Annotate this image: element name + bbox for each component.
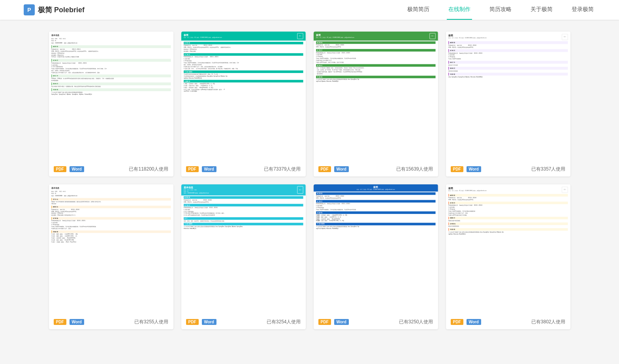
badge-pdf-1[interactable]: PDF — [54, 166, 66, 172]
main-content: 基本信息 姓名：张明 学历：本科 性别：男 电话：15588019888 邮箱：… — [33, 20, 586, 349]
template-card-6[interactable]: 基本信息 姓名：张三 | 学历：本科 性别：男 电话：15588019888 |… — [181, 184, 306, 329]
card-footer-8: PDF Word 已有3802人使用 — [446, 315, 570, 329]
template-preview-6: 基本信息 姓名：张三 | 学历：本科 性别：男 电话：15588019888 |… — [181, 184, 306, 315]
badge-word-2[interactable]: Word — [202, 166, 216, 172]
template-preview-3: 极简 姓名：张三 | 性别：23 | 电话：15588019888 | 邮箱：p… — [314, 32, 438, 162]
template-card-3[interactable]: 极简 姓名：张三 | 性别：23 | 电话：15588019888 | 邮箱：p… — [314, 32, 438, 176]
badge-pdf-4[interactable]: PDF — [451, 166, 463, 172]
nav-resume[interactable]: 极简简历 — [406, 0, 431, 20]
card-footer-6: PDF Word 已有3254人使用 — [181, 315, 306, 329]
badge-word-6[interactable]: Word — [202, 319, 216, 325]
usage-count-1: 已有118200人使用 — [87, 166, 169, 173]
template-preview-8: 极简 姓名：张三 | 性别：23 | 电话：15588019888 | 邮箱：p… — [446, 184, 570, 315]
usage-count-3: 已有15639人使用 — [352, 166, 433, 173]
template-card-7[interactable]: 极简 姓名：张三 | 性别：23 | 电话：15588019888 | 邮箱：p… — [314, 184, 438, 329]
card-footer-4: PDF Word 已有3357人使用 — [446, 162, 570, 176]
badge-word-4[interactable]: Word — [467, 166, 481, 172]
template-card-2[interactable]: 极简 姓名：张三 | 性别：23 | 电话：15588019888 | 邮箱：p… — [181, 32, 306, 176]
template-preview-5: 基本信息 姓名：张明 学历：本科 性别：男 电话：15588019888 邮箱：… — [49, 184, 173, 315]
usage-count-6: 已有3254人使用 — [220, 319, 301, 325]
usage-count-8: 已有3802人使用 — [484, 319, 566, 325]
card-footer-7: PDF Word 已有3250人使用 — [314, 315, 438, 329]
nav-strategy[interactable]: 简历攻略 — [488, 0, 513, 20]
badge-pdf-8[interactable]: PDF — [451, 319, 463, 325]
usage-count-4: 已有3357人使用 — [484, 166, 566, 173]
template-card-5[interactable]: 基本信息 姓名：张明 学历：本科 性别：男 电话：15588019888 邮箱：… — [49, 184, 173, 329]
header: P 极简 Polebrief 极简简历 在线制作 简历攻略 关于极简 登录极简 — [0, 0, 619, 20]
template-card-8[interactable]: 极简 姓名：张三 | 性别：23 | 电话：15588019888 | 邮箱：p… — [446, 184, 570, 329]
badge-word-1[interactable]: Word — [70, 166, 84, 172]
nav-about[interactable]: 关于极简 — [529, 0, 554, 20]
card-footer-1: PDF Word 已有118200人使用 — [49, 162, 173, 176]
logo-text: 极简 Polebrief — [38, 5, 85, 15]
badge-pdf-7[interactable]: PDF — [318, 319, 331, 325]
templates-grid-row1: 基本信息 姓名：张明 学历：本科 性别：男 电话：15588019888 邮箱：… — [49, 32, 570, 176]
badge-word-8[interactable]: Word — [467, 319, 481, 325]
template-preview-7: 极简 姓名：张三 | 性别：23 | 电话：15588019888 | 邮箱：p… — [314, 184, 438, 315]
usage-count-5: 已有3255人使用 — [87, 319, 169, 325]
card-footer-2: PDF Word 已有73379人使用 — [181, 162, 306, 176]
main-nav: 极简简历 在线制作 简历攻略 关于极简 登录极简 — [406, 0, 595, 20]
nav-online[interactable]: 在线制作 — [447, 0, 472, 20]
badge-word-3[interactable]: Word — [334, 166, 349, 172]
template-preview-2: 极简 姓名：张三 | 性别：23 | 电话：15588019888 | 邮箱：p… — [181, 32, 306, 162]
card-footer-3: PDF Word 已有15639人使用 — [314, 162, 438, 176]
card-footer-5: PDF Word 已有3255人使用 — [49, 315, 173, 329]
template-card-1[interactable]: 基本信息 姓名：张明 学历：本科 性别：男 电话：15588019888 邮箱：… — [49, 32, 173, 176]
badge-word-7[interactable]: Word — [334, 319, 349, 325]
nav-login[interactable]: 登录极简 — [570, 0, 595, 20]
template-preview-4: 极简 姓名：张三 | 性别：23 | 电话：15588019888 | 邮箱：p… — [446, 32, 570, 162]
badge-pdf-2[interactable]: PDF — [186, 166, 199, 172]
badge-word-5[interactable]: Word — [70, 319, 84, 325]
logo[interactable]: P 极简 Polebrief — [24, 4, 85, 15]
badge-pdf-6[interactable]: PDF — [186, 319, 199, 325]
badge-pdf-5[interactable]: PDF — [54, 319, 66, 325]
badge-pdf-3[interactable]: PDF — [318, 166, 331, 172]
usage-count-2: 已有73379人使用 — [220, 166, 301, 173]
template-preview-1: 基本信息 姓名：张明 学历：本科 性别：男 电话：15588019888 邮箱：… — [49, 32, 173, 162]
template-card-4[interactable]: 极简 姓名：张三 | 性别：23 | 电话：15588019888 | 邮箱：p… — [446, 32, 570, 176]
logo-icon: P — [24, 4, 35, 15]
templates-grid-row2: 基本信息 姓名：张明 学历：本科 性别：男 电话：15588019888 邮箱：… — [49, 184, 570, 329]
usage-count-7: 已有3250人使用 — [352, 319, 433, 325]
